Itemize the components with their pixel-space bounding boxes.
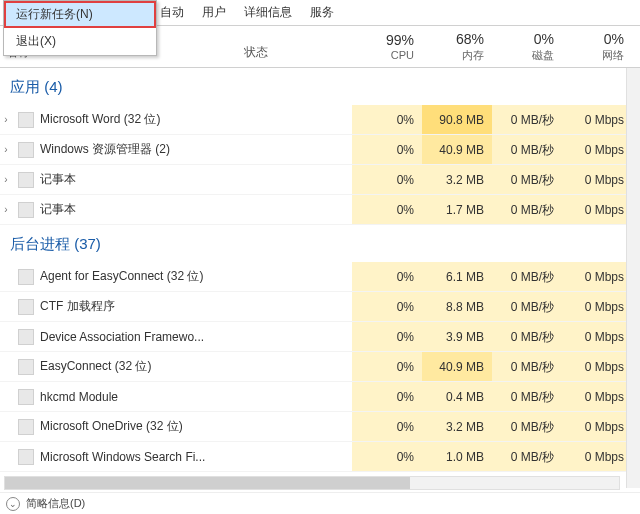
network-cell: 0 Mbps — [562, 382, 632, 411]
expand-chevron-icon[interactable]: › — [0, 144, 12, 155]
header-network[interactable]: 0% 网络 — [562, 27, 632, 67]
memory-cell: 1.0 MB — [422, 442, 492, 471]
process-name: 记事本 — [40, 201, 76, 218]
process-row[interactable]: EasyConnect (32 位)0%40.9 MB0 MB/秒0 Mbps — [0, 352, 640, 382]
process-row[interactable]: ›记事本0%3.2 MB0 MB/秒0 Mbps — [0, 165, 640, 195]
memory-cell: 1.7 MB — [422, 195, 492, 224]
expand-chevron-icon[interactable]: › — [0, 174, 12, 185]
cpu-cell: 0% — [352, 382, 422, 411]
expand-chevron-icon[interactable]: › — [0, 114, 12, 125]
app-icon — [18, 172, 34, 188]
process-row[interactable]: Agent for EasyConnect (32 位)0%6.1 MB0 MB… — [0, 262, 640, 292]
network-cell: 0 Mbps — [562, 442, 632, 471]
disk-cell: 0 MB/秒 — [492, 442, 562, 471]
network-cell: 0 Mbps — [562, 262, 632, 291]
memory-cell: 0.4 MB — [422, 382, 492, 411]
cpu-cell: 0% — [352, 105, 422, 134]
app-icon — [18, 329, 34, 345]
footer: ⌄ 简略信息(D) — [0, 492, 640, 514]
disk-pct: 0% — [492, 31, 554, 47]
net-label: 网络 — [562, 48, 624, 63]
process-name: Windows 资源管理器 (2) — [40, 141, 170, 158]
app-icon — [18, 299, 34, 315]
menu-item[interactable]: 自动 — [160, 4, 184, 21]
process-row[interactable]: ›Windows 资源管理器 (2)0%40.9 MB0 MB/秒0 Mbps — [0, 135, 640, 165]
process-name: CTF 加载程序 — [40, 298, 115, 315]
fewer-details-label[interactable]: 简略信息(D) — [26, 496, 85, 511]
app-icon — [18, 142, 34, 158]
disk-cell: 0 MB/秒 — [492, 135, 562, 164]
network-cell: 0 Mbps — [562, 292, 632, 321]
process-list[interactable]: 应用 (4)›Microsoft Word (32 位)0%90.8 MB0 M… — [0, 68, 640, 488]
process-name: Agent for EasyConnect (32 位) — [40, 268, 203, 285]
network-cell: 0 Mbps — [562, 195, 632, 224]
horizontal-scrollbar[interactable] — [4, 476, 620, 490]
cpu-cell: 0% — [352, 165, 422, 194]
memory-cell: 3.9 MB — [422, 322, 492, 351]
header-cpu[interactable]: 99% CPU — [352, 28, 422, 65]
process-row[interactable]: Microsoft OneDrive (32 位)0%3.2 MB0 MB/秒0… — [0, 412, 640, 442]
memory-cell: 3.2 MB — [422, 412, 492, 441]
process-name: Device Association Framewo... — [40, 330, 204, 344]
process-row[interactable]: CTF 加载程序0%8.8 MB0 MB/秒0 Mbps — [0, 292, 640, 322]
app-icon — [18, 389, 34, 405]
cpu-cell: 0% — [352, 195, 422, 224]
menu-item[interactable]: 用户 — [202, 4, 226, 21]
process-name: Microsoft Windows Search Fi... — [40, 450, 205, 464]
disk-cell: 0 MB/秒 — [492, 292, 562, 321]
cpu-cell: 0% — [352, 135, 422, 164]
disk-cell: 0 MB/秒 — [492, 412, 562, 441]
process-row[interactable]: Microsoft Windows Search Fi...0%1.0 MB0 … — [0, 442, 640, 472]
vertical-scrollbar[interactable] — [626, 68, 640, 488]
network-cell: 0 Mbps — [562, 412, 632, 441]
network-cell: 0 Mbps — [562, 165, 632, 194]
cpu-cell: 0% — [352, 262, 422, 291]
cpu-label: CPU — [352, 49, 414, 61]
disk-label: 磁盘 — [492, 48, 554, 63]
app-icon — [18, 112, 34, 128]
process-row[interactable]: ›记事本0%1.7 MB0 MB/秒0 Mbps — [0, 195, 640, 225]
process-row[interactable]: hkcmd Module0%0.4 MB0 MB/秒0 Mbps — [0, 382, 640, 412]
process-name: 记事本 — [40, 171, 76, 188]
network-cell: 0 Mbps — [562, 105, 632, 134]
menu-item[interactable]: 服务 — [310, 4, 334, 21]
network-cell: 0 Mbps — [562, 135, 632, 164]
cpu-cell: 0% — [352, 322, 422, 351]
memory-cell: 40.9 MB — [422, 135, 492, 164]
process-name: Microsoft OneDrive (32 位) — [40, 418, 183, 435]
memory-cell: 3.2 MB — [422, 165, 492, 194]
mem-label: 内存 — [422, 48, 484, 63]
expand-chevron-icon[interactable]: › — [0, 204, 12, 215]
disk-cell: 0 MB/秒 — [492, 382, 562, 411]
group-title: 后台进程 (37) — [0, 225, 640, 262]
scrollbar-thumb[interactable] — [5, 477, 410, 489]
disk-cell: 0 MB/秒 — [492, 195, 562, 224]
header-disk[interactable]: 0% 磁盘 — [492, 27, 562, 67]
cpu-cell: 0% — [352, 292, 422, 321]
network-cell: 0 Mbps — [562, 322, 632, 351]
app-icon — [18, 269, 34, 285]
menu-item[interactable]: 详细信息 — [244, 4, 292, 21]
header-status[interactable]: 状态 — [244, 44, 352, 67]
net-pct: 0% — [562, 31, 624, 47]
disk-cell: 0 MB/秒 — [492, 322, 562, 351]
memory-cell: 8.8 MB — [422, 292, 492, 321]
process-row[interactable]: ›Microsoft Word (32 位)0%90.8 MB0 MB/秒0 M… — [0, 105, 640, 135]
menu-exit[interactable]: 退出(X) — [4, 28, 156, 55]
header-memory[interactable]: 68% 内存 — [422, 27, 492, 67]
file-menu-dropdown: 运行新任务(N) 退出(X) — [3, 0, 157, 56]
fewer-details-icon[interactable]: ⌄ — [6, 497, 20, 511]
app-icon — [18, 359, 34, 375]
cpu-cell: 0% — [352, 352, 422, 381]
menu-run-new-task[interactable]: 运行新任务(N) — [4, 1, 156, 28]
disk-cell: 0 MB/秒 — [492, 352, 562, 381]
app-icon — [18, 202, 34, 218]
mem-pct: 68% — [422, 31, 484, 47]
process-row[interactable]: Device Association Framewo...0%3.9 MB0 M… — [0, 322, 640, 352]
group-title: 应用 (4) — [0, 68, 640, 105]
app-icon — [18, 449, 34, 465]
memory-cell: 6.1 MB — [422, 262, 492, 291]
process-name: Microsoft Word (32 位) — [40, 111, 160, 128]
network-cell: 0 Mbps — [562, 352, 632, 381]
cpu-cell: 0% — [352, 442, 422, 471]
